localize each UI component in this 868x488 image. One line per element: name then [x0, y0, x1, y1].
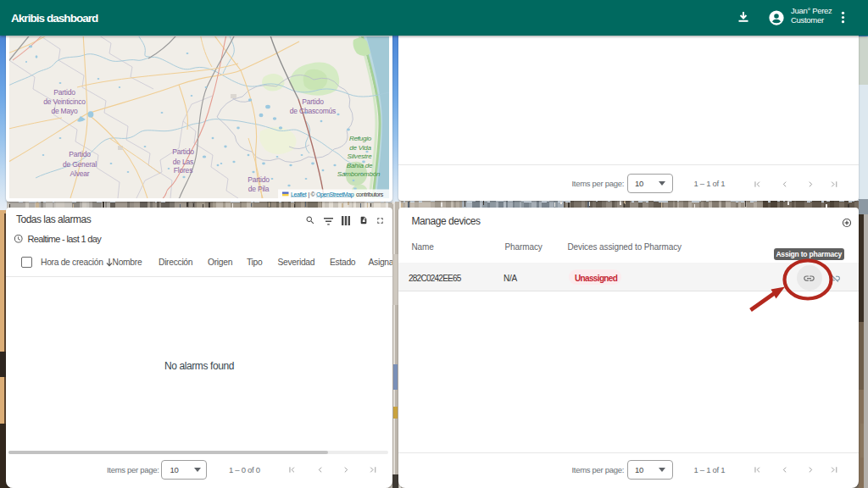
svg-text:de Pila: de Pila — [248, 185, 270, 193]
svg-text:Partido: Partido — [172, 147, 194, 156]
svg-text:de Las: de Las — [173, 158, 193, 166]
svg-text:Silvestre: Silvestre — [348, 152, 373, 160]
svg-text:Alvear: Alvear — [70, 169, 90, 178]
svg-text:Flores: Flores — [174, 166, 192, 175]
svg-text:OpenStreetMap: OpenStreetMap — [316, 191, 354, 198]
svg-text:| ©: | © — [309, 191, 316, 198]
svg-text:Partido: Partido — [302, 97, 324, 106]
svg-text:Samborombón: Samborombón — [337, 170, 381, 178]
svg-text:de Mayo: de Mayo — [51, 107, 78, 115]
svg-text:de General: de General — [63, 160, 97, 169]
svg-text:contributors: contributors — [356, 191, 384, 197]
svg-text:Leaflet: Leaflet — [291, 191, 307, 197]
svg-text:Partido: Partido — [53, 88, 75, 97]
svg-text:Bahía de: Bahía de — [347, 162, 373, 169]
svg-text:Refugio: Refugio — [349, 135, 372, 142]
svg-text:de Veinticinco: de Veinticinco — [43, 97, 86, 106]
svg-text:Partido: Partido — [69, 150, 91, 158]
svg-text:Partido: Partido — [248, 175, 270, 184]
svg-text:de Vida: de Vida — [349, 144, 371, 152]
svg-text:de Chascomús: de Chascomús — [290, 107, 336, 115]
